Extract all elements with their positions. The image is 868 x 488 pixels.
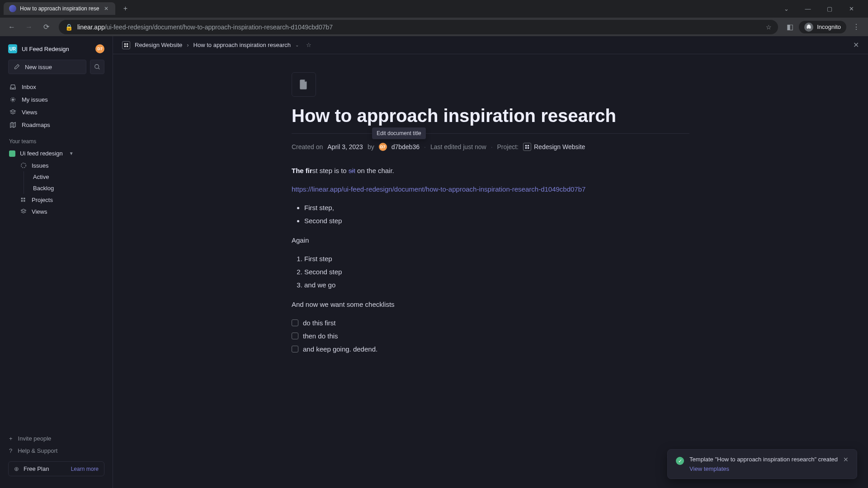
lock-icon[interactable]: 🔒 bbox=[65, 23, 73, 31]
list-item[interactable]: Second step bbox=[304, 266, 689, 278]
browser-menu-icon[interactable]: ⋮ bbox=[849, 20, 863, 34]
created-date: April 3, 2023 bbox=[327, 143, 363, 150]
address-bar[interactable]: 🔒 linear.app /ui-feed-redesign/document/… bbox=[59, 20, 778, 34]
main-content: Redesign Website › How to approach inspi… bbox=[113, 36, 868, 488]
team-issues[interactable]: Issues bbox=[0, 160, 113, 171]
workspace-switcher[interactable]: UR UI Feed Redesign D7 bbox=[0, 42, 113, 60]
toast-close-icon[interactable]: ✕ bbox=[843, 456, 849, 463]
minimize-icon[interactable]: — bbox=[801, 5, 815, 12]
paragraph-checklist-intro[interactable]: And now we want some checklists bbox=[292, 298, 689, 310]
checklist-item[interactable]: and keep going. dedend. bbox=[292, 343, 689, 355]
incognito-label: Incognito bbox=[817, 23, 841, 30]
user-avatar[interactable]: D7 bbox=[95, 44, 104, 53]
toast-message: Template "How to approach inspiration re… bbox=[689, 456, 838, 463]
help-label: Help & Support bbox=[18, 447, 57, 454]
nav-my-issues[interactable]: My issues bbox=[0, 93, 113, 106]
nav-roadmaps[interactable]: Roadmaps bbox=[0, 118, 113, 131]
linear-favicon bbox=[9, 5, 16, 12]
help-support[interactable]: ? Help & Support bbox=[8, 445, 104, 457]
nav-views[interactable]: Views bbox=[0, 106, 113, 118]
tabs-dropdown-icon[interactable]: ⌄ bbox=[779, 5, 793, 12]
list-item[interactable]: and we go bbox=[304, 279, 689, 291]
author-avatar: D7 bbox=[379, 143, 387, 151]
document-title[interactable]: How to approach inspiration research Edi… bbox=[292, 106, 689, 134]
document-editor[interactable]: How to approach inspiration research Edi… bbox=[264, 54, 717, 488]
checkbox[interactable] bbox=[292, 319, 298, 326]
workspace-name: UI Feed Redesign bbox=[22, 46, 91, 52]
nav-roadmaps-label: Roadmaps bbox=[22, 122, 50, 128]
nav-my-issues-label: My issues bbox=[22, 96, 48, 103]
back-button[interactable]: ← bbox=[5, 20, 19, 34]
checklist-item[interactable]: then do this bbox=[292, 330, 689, 342]
new-issue-label: New issue bbox=[25, 64, 52, 70]
document-body[interactable]: The first step is to sit on the chair. h… bbox=[292, 164, 689, 355]
project-icon[interactable] bbox=[122, 41, 130, 49]
created-prefix: Created on bbox=[292, 143, 323, 150]
document-link[interactable]: https://linear.app/ui-feed-redesign/docu… bbox=[292, 185, 585, 193]
reload-button[interactable]: ⟳ bbox=[39, 20, 53, 34]
project-chip-icon bbox=[523, 143, 531, 151]
maximize-icon[interactable]: ▢ bbox=[823, 5, 836, 12]
svg-rect-11 bbox=[127, 45, 128, 47]
svg-rect-5 bbox=[24, 198, 25, 200]
checkbox[interactable] bbox=[292, 346, 298, 352]
author-name[interactable]: d7bdeb36 bbox=[392, 143, 420, 150]
url-toolbar: ← → ⟳ 🔒 linear.app /ui-feed-redesign/doc… bbox=[0, 17, 868, 36]
svg-rect-14 bbox=[525, 147, 527, 149]
checkbox[interactable] bbox=[292, 333, 298, 339]
breadcrumb-chevron-icon[interactable]: ⌄ bbox=[295, 42, 299, 47]
close-panel-icon[interactable]: ✕ bbox=[853, 41, 859, 49]
bullet-list[interactable]: First step, Second step bbox=[304, 202, 689, 227]
new-tab-button[interactable]: + bbox=[119, 2, 132, 15]
team-projects[interactable]: Projects bbox=[0, 194, 113, 206]
nav-inbox[interactable]: Inbox bbox=[0, 80, 113, 93]
close-window-icon[interactable]: ✕ bbox=[844, 5, 858, 12]
plan-plus-icon: ⊕ bbox=[14, 465, 19, 472]
breadcrumb-project[interactable]: Redesign Website bbox=[135, 42, 182, 48]
favorite-star-icon[interactable]: ☆ bbox=[306, 42, 311, 48]
project-label: Project: bbox=[497, 143, 519, 150]
check-icon: ✓ bbox=[676, 457, 684, 465]
sidebar: UR UI Feed Redesign D7 New issue Inbox bbox=[0, 36, 113, 488]
toast-link[interactable]: View templates bbox=[689, 465, 838, 472]
new-issue-button[interactable]: New issue bbox=[8, 60, 86, 74]
issues-icon bbox=[20, 162, 27, 169]
invite-people[interactable]: + Invite people bbox=[8, 432, 104, 445]
last-edited: Last edited just now bbox=[430, 143, 486, 150]
tab-title: How to approach inspiration rese bbox=[20, 5, 99, 12]
svg-rect-4 bbox=[21, 198, 23, 200]
svg-point-2 bbox=[12, 99, 14, 100]
projects-icon bbox=[20, 196, 27, 203]
browser-tab[interactable]: How to approach inspiration rese ✕ bbox=[4, 2, 115, 15]
checklist-item[interactable]: do this first bbox=[292, 317, 689, 329]
breadcrumb-page[interactable]: How to approach inspiration research bbox=[193, 42, 291, 48]
forward-button[interactable]: → bbox=[22, 20, 36, 34]
incognito-badge[interactable]: Incognito bbox=[799, 21, 846, 33]
extensions-icon[interactable]: ◧ bbox=[783, 21, 796, 33]
tab-close-icon[interactable]: ✕ bbox=[103, 5, 110, 12]
search-button[interactable] bbox=[90, 60, 104, 74]
svg-rect-13 bbox=[528, 145, 529, 146]
document-icon-picker[interactable] bbox=[292, 72, 316, 97]
numbered-list[interactable]: First step Second step and we go bbox=[304, 253, 689, 291]
plan-badge[interactable]: ⊕ Free Plan Learn more bbox=[8, 461, 104, 476]
team-backlog[interactable]: Backlog bbox=[24, 183, 113, 194]
svg-rect-9 bbox=[127, 43, 128, 44]
team-active[interactable]: Active bbox=[24, 171, 113, 183]
checklist[interactable]: do this first then do this and keep goin… bbox=[292, 317, 689, 355]
svg-rect-10 bbox=[124, 45, 126, 47]
nav-inbox-label: Inbox bbox=[22, 84, 36, 90]
list-item[interactable]: First step, bbox=[304, 202, 689, 214]
list-item[interactable]: First step bbox=[304, 253, 689, 265]
project-link[interactable]: Redesign Website bbox=[523, 143, 585, 151]
bookmark-star-icon[interactable]: ☆ bbox=[766, 23, 772, 31]
list-item[interactable]: Second step bbox=[304, 215, 689, 227]
paragraph-1[interactable]: The first step is to sit on the chair. bbox=[292, 164, 689, 177]
team-name: Ui feed redesign bbox=[20, 150, 63, 157]
learn-more-link[interactable]: Learn more bbox=[71, 466, 99, 472]
team-header[interactable]: Ui feed redesign ▼ bbox=[0, 147, 113, 160]
paragraph-again[interactable]: Again bbox=[292, 234, 689, 246]
nav-views-label: Views bbox=[22, 109, 37, 116]
help-icon: ? bbox=[9, 447, 12, 454]
team-views[interactable]: Views bbox=[0, 206, 113, 217]
